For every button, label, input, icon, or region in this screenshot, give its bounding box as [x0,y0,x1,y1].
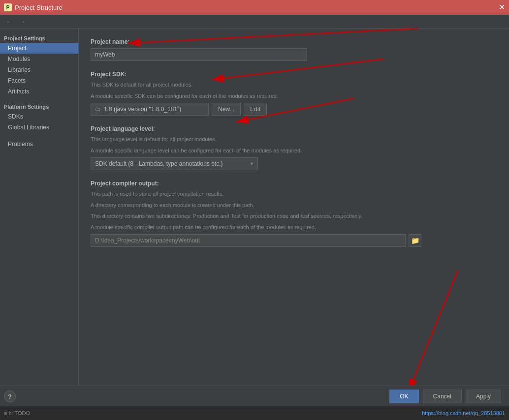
language-level-desc1: This language level is default for all p… [91,135,497,144]
close-button[interactable]: ✕ [499,3,505,11]
project-name-label: Project name: [91,38,497,45]
sidebar-item-sdks[interactable]: SDKs [0,111,78,122]
project-settings-header: Project Settings [0,32,78,43]
compiler-output-desc4: A module specific compiler output path c… [91,223,497,232]
language-level-select-wrapper: SDK default (8 - Lambdas, type annotatio… [91,157,258,170]
status-todo: ≡ b: TODO [4,410,30,416]
language-level-label: Project language level: [91,125,497,132]
back-button[interactable]: ← [4,16,15,27]
compiler-output-desc3: This directory contains two subdirectori… [91,212,497,220]
compiler-output-label: Project compiler output: [91,180,497,187]
compiler-output-desc2: A directory corresponding to each module… [91,201,497,210]
bottom-bar: OK Cancel Apply [0,386,509,406]
content-area: Project name: Project SDK: This SDK is d… [79,29,509,391]
sidebar-item-global-libraries[interactable]: Global Libraries [0,122,78,133]
dialog-title: Project Structure [15,4,63,11]
sdk-folder-icon: 🗂 [95,106,101,113]
sidebar-item-project[interactable]: Project [0,43,78,54]
project-sdk-desc2: A module specific SDK can be configured … [91,92,497,100]
language-level-desc2: A module specific language level can be … [91,147,497,155]
sidebar: Project Settings Project Modules Librari… [0,29,79,391]
sdk-select[interactable]: 🗂 1.8 (java version "1.8.0_181") [91,103,209,116]
ok-button[interactable]: OK [389,390,418,403]
compiler-output-row: 📁 [91,234,497,247]
main-container: Project Settings Project Modules Librari… [0,29,509,391]
forward-button[interactable]: → [17,16,28,27]
compiler-output-section: Project compiler output: This path is us… [91,180,497,247]
cancel-button[interactable]: Cancel [423,390,462,403]
project-name-section: Project name: [91,38,497,61]
sidebar-item-libraries[interactable]: Libraries [0,64,78,75]
compiler-output-desc1: This path is used to store all project c… [91,190,497,198]
language-level-select[interactable]: SDK default (8 - Lambdas, type annotatio… [91,157,258,170]
project-sdk-label: Project SDK: [91,71,497,78]
project-sdk-desc1: This SDK is default for all project modu… [91,81,497,89]
sdk-value: 1.8 (java version "1.8.0_181") [104,106,181,113]
sdk-new-button[interactable]: New... [212,103,241,116]
language-level-section: Project language level: This language le… [91,125,497,170]
compiler-output-input[interactable] [91,234,406,247]
status-link[interactable]: https://blog.csdn.net/qq_28513801 [422,410,505,416]
help-button[interactable]: ? [4,390,16,402]
sidebar-item-problems[interactable]: Problems [0,139,78,150]
sdk-edit-button[interactable]: Edit [244,103,267,116]
project-sdk-section: Project SDK: This SDK is default for all… [91,71,497,116]
platform-settings-header: Platform Settings [0,101,78,111]
project-name-input[interactable] [91,48,307,61]
sdk-row: 🗂 1.8 (java version "1.8.0_181") New... … [91,103,497,116]
status-bar: ≡ b: TODO https://blog.csdn.net/qq_28513… [0,406,509,420]
title-bar: P Project Structure ✕ [0,0,509,15]
sidebar-item-artifacts[interactable]: Artifacts [0,86,78,97]
sidebar-item-facets[interactable]: Facets [0,75,78,86]
compiler-output-folder-button[interactable]: 📁 [409,234,421,247]
title-bar-left: P Project Structure [4,3,63,11]
sidebar-item-modules[interactable]: Modules [0,54,78,64]
nav-bar: ← → [0,15,509,29]
app-icon: P [4,3,12,11]
apply-button[interactable]: Apply [466,390,501,403]
